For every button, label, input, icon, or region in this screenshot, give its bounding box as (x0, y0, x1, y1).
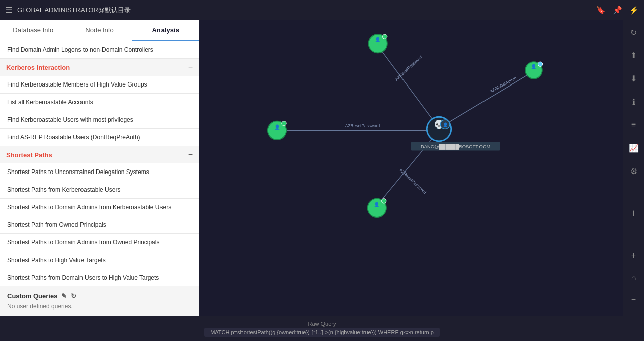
list-item[interactable]: Shortest Paths from Kerberoastable Users (0, 181, 199, 199)
custom-queries-label: Custom Queries (7, 292, 57, 300)
main-area: Database Info Node Info Analysis Find Do… (0, 20, 644, 316)
svg-point-6 (282, 121, 286, 126)
bottom-bar: Raw Query MATCH p=shortestPath((g {owned… (0, 316, 644, 341)
topbar: ☰ GLOBAL ADMINISTRATOR@默认目录 🔖 📌 ⚡ (0, 0, 644, 20)
list-icon[interactable]: ≡ (627, 118, 641, 132)
kerberos-toggle-icon[interactable]: − (188, 63, 193, 72)
svg-text:👤: 👤 (375, 37, 381, 43)
svg-point-2 (383, 34, 387, 39)
list-item[interactable]: Find Domain Admin Logons to non-Domain C… (0, 41, 199, 59)
refresh-custom-icon[interactable]: ↻ (71, 292, 76, 300)
panel-content: Find Domain Admin Logons to non-Domain C… (0, 41, 199, 286)
chart-icon[interactable]: 📈 (627, 141, 641, 155)
home-icon[interactable]: ⌂ (627, 271, 641, 285)
upload-icon[interactable]: ⬆ (627, 48, 641, 62)
settings-icon[interactable]: ⚙ (627, 164, 641, 178)
svg-text:👤: 👤 (443, 122, 448, 128)
graph-svg: AZResetPassword AZGlobalAdmin AZResetPas… (199, 20, 623, 316)
custom-queries-empty-text: No user defined queries. (7, 303, 192, 310)
shortest-paths-section-title: Shortest Paths (6, 151, 52, 159)
svg-point-4 (538, 62, 542, 66)
tab-analysis[interactable]: Analysis (132, 20, 199, 41)
graph-area[interactable]: AZResetPassword AZGlobalAdmin AZResetPas… (199, 20, 623, 316)
custom-queries-header: Custom Queries ✎ ↻ (7, 292, 192, 300)
list-item[interactable]: Shortest Paths to High Value Targets (0, 251, 199, 269)
pin-icon[interactable]: 📌 (613, 6, 622, 15)
filter-icon[interactable]: ⚡ (629, 6, 639, 15)
list-item[interactable]: Shortest Paths to Domain Admins from Own… (0, 234, 199, 251)
list-item[interactable]: Shortest Paths from Domain Users to High… (0, 269, 199, 286)
kerberos-section-header: Kerberos Interaction − (0, 59, 199, 76)
svg-text:👤: 👤 (531, 64, 537, 70)
list-item[interactable]: Shortest Paths to Domain Admins from Ker… (0, 199, 199, 216)
svg-text:👤: 👤 (374, 202, 380, 208)
edit-icon[interactable]: ✎ (61, 292, 67, 300)
menu-icon[interactable]: ☰ (5, 5, 12, 15)
custom-queries-section: Custom Queries ✎ ↻ No user defined queri… (0, 286, 199, 316)
bookmark-icon[interactable]: 🔖 (596, 6, 606, 15)
kerberos-section-title: Kerberos Interaction (6, 64, 70, 71)
topbar-icons: 🔖 📌 ⚡ (596, 6, 639, 15)
list-item[interactable]: Shortest Paths to Unconstrained Delegati… (0, 163, 199, 181)
svg-text:👤: 👤 (274, 124, 280, 130)
list-item[interactable]: Find Kerberoastable Members of High Valu… (0, 76, 199, 94)
left-panel: Database Info Node Info Analysis Find Do… (0, 20, 199, 316)
topbar-title: GLOBAL ADMINISTRATOR@默认目录 (17, 6, 591, 15)
tab-bar: Database Info Node Info Analysis (0, 20, 199, 41)
tab-node-info[interactable]: Node Info (66, 20, 133, 41)
list-item[interactable]: Find Kerberoastable Users with most priv… (0, 111, 199, 129)
raw-query-text[interactable]: MATCH p=shortestPath((g {owned:true})-[*… (204, 328, 440, 337)
zoom-in-icon[interactable]: + (627, 248, 641, 263)
center-node-label: DANG@██████ROSOFT.COM (421, 144, 490, 150)
edge-label-n3: AZResetPassword (345, 123, 380, 128)
shortest-paths-toggle-icon[interactable]: − (188, 150, 193, 159)
list-item[interactable]: Shortest Path from Owned Principals (0, 216, 199, 234)
zoom-out-icon[interactable]: − (627, 293, 641, 307)
svg-point-8 (382, 199, 386, 203)
help-icon[interactable]: i (627, 206, 641, 220)
tab-database[interactable]: Database Info (0, 20, 66, 41)
right-sidebar: ↻ ⬆ ⬇ ℹ ≡ 📈 ⚙ i + ⌂ − (623, 20, 644, 316)
list-item[interactable]: List all Kerberoastable Accounts (0, 94, 199, 111)
download-icon[interactable]: ⬇ (627, 71, 641, 86)
shortest-paths-section-header: Shortest Paths − (0, 146, 199, 163)
raw-query-label: Raw Query (308, 321, 336, 327)
refresh-icon[interactable]: ↻ (627, 25, 641, 39)
info-icon[interactable]: ℹ (627, 95, 641, 109)
list-item[interactable]: Find AS-REP Roastable Users (DontReqPreA… (0, 129, 199, 146)
